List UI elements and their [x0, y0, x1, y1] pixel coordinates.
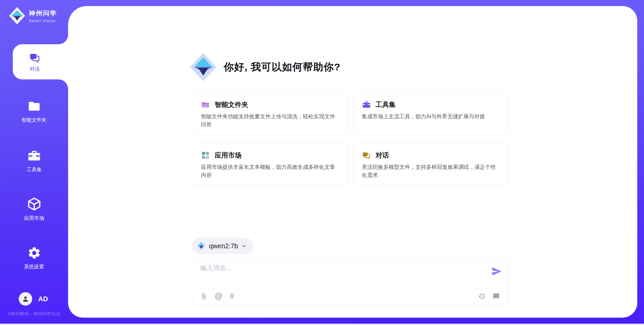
card-app-market[interactable]: 应用市场 应用市场提供丰富长文本模板，助力高效生成多样化文章内容 — [192, 143, 347, 186]
sidebar-item-label: 应用市场 — [0, 215, 68, 221]
card-smart-folder[interactable]: 智能文件夹 智能文件夹功能支持批量文件上传与清洗，轻松实现文件问答 — [192, 92, 347, 136]
folder-icon — [27, 99, 41, 113]
composer-toolbar: @ # — [200, 287, 500, 305]
history-icon — [478, 293, 485, 300]
attach-file-button[interactable] — [200, 293, 207, 300]
model-name: qwen2:7b — [209, 242, 238, 250]
chat-bubble-icon — [493, 293, 500, 300]
greeting-title: 你好, 我可以如何帮助你? — [224, 60, 340, 74]
sidebar-item-app-market[interactable]: 应用市场 — [0, 197, 68, 221]
send-icon[interactable] — [491, 266, 502, 277]
briefcase-icon — [362, 100, 371, 109]
message-composer: @ # — [192, 258, 508, 306]
hashtag-button[interactable]: # — [230, 292, 234, 300]
app-subtitle: Smart Vision — [29, 19, 57, 23]
chat-icon — [29, 52, 41, 64]
sidebar-item-settings[interactable]: 系统设置 — [0, 246, 68, 270]
app-name: 神州问学 — [29, 9, 57, 18]
message-input[interactable] — [200, 264, 484, 285]
sidebar-item-label: 系统设置 — [0, 264, 68, 270]
user-profile[interactable]: AD — [19, 292, 48, 306]
cube-grid-icon — [201, 151, 210, 160]
sidebar-item-smart-folder[interactable]: 智能文件夹 — [0, 99, 68, 123]
main-content: 你好, 我可以如何帮助你? 智能文件夹 智能文件夹功能支持批量文件上传与清洗，轻… — [68, 6, 637, 318]
mention-button[interactable]: @ — [215, 292, 222, 300]
user-name: AD — [38, 295, 48, 303]
card-title: 应用市场 — [215, 151, 241, 160]
sidebar-item-label: 对话 — [30, 66, 40, 72]
greeting: 你好, 我可以如何帮助你? — [190, 52, 340, 82]
card-title: 智能文件夹 — [215, 100, 248, 109]
card-chat[interactable]: 对话 灵活切换多模型文件，支持多样回复效果调试，满足个性化需求 — [353, 143, 508, 186]
sidebar: 神州问学 Smart Vision 对话 智能文件夹 工具集 应用市场 — [0, 0, 68, 325]
copyright-text: ©神州数码 · 神州问学出品 — [0, 311, 68, 317]
chat-icon — [362, 151, 371, 160]
card-description: 智能文件夹功能支持批量文件上传与清洗，轻松实现文件问答 — [201, 113, 338, 129]
history-button[interactable] — [478, 293, 485, 300]
model-selector[interactable]: qwen2:7b — [192, 238, 254, 254]
sidebar-item-label: 智能文件夹 — [0, 117, 68, 123]
card-description: 灵活切换多模型文件，支持多样回复效果调试，满足个性化需求 — [362, 163, 499, 179]
cube-icon — [27, 197, 42, 211]
chevron-down-icon — [241, 243, 247, 249]
card-toolset[interactable]: 工具集 集成市场上主流工具，助力AI与外界无缝扩展与对接 — [353, 92, 508, 136]
card-title: 对话 — [376, 151, 389, 160]
model-diamond-icon — [197, 241, 206, 251]
paperclip-icon — [200, 293, 207, 300]
person-icon — [21, 295, 30, 303]
card-description: 集成市场上主流工具，助力AI与外界无缝扩展与对接 — [362, 113, 499, 121]
screen-bottom-edge — [0, 324, 644, 325]
gear-icon — [27, 246, 41, 260]
briefcase-icon — [27, 149, 41, 163]
feature-cards: 智能文件夹 智能文件夹功能支持批量文件上传与清洗，轻松实现文件问答 工具集 集成… — [192, 92, 508, 186]
card-description: 应用市场提供丰富长文本模板，助力高效生成多样化文章内容 — [201, 163, 338, 179]
avatar — [19, 292, 32, 306]
card-title: 工具集 — [376, 100, 396, 109]
assistant-diamond-icon — [190, 52, 217, 82]
folder-open-icon — [201, 100, 210, 109]
chat-history-button[interactable] — [493, 293, 500, 300]
app-logo: 神州问学 Smart Vision — [9, 7, 57, 25]
sidebar-item-toolset[interactable]: 工具集 — [0, 149, 68, 173]
sidebar-item-label: 工具集 — [0, 167, 68, 173]
sidebar-item-chat[interactable]: 对话 — [13, 44, 68, 79]
brand-diamond-icon — [9, 7, 25, 25]
